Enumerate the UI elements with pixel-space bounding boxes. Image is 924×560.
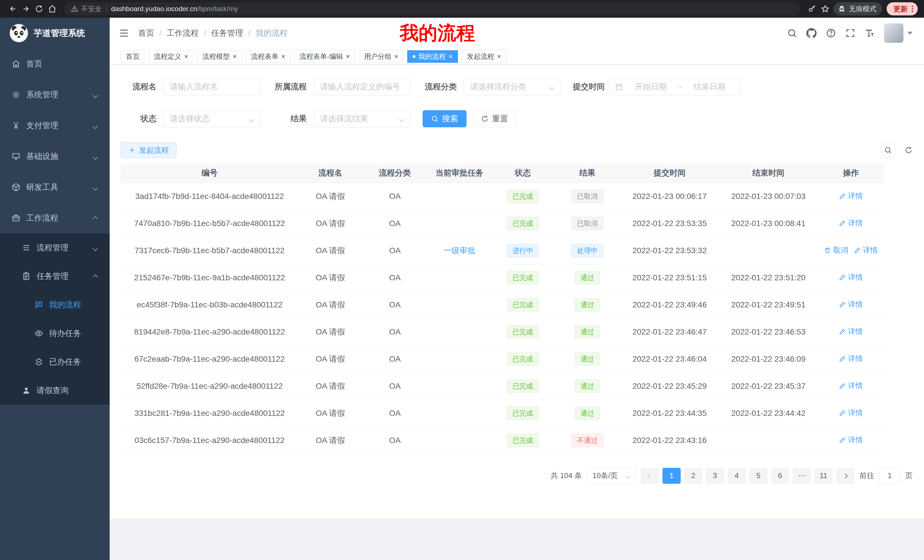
search-icon[interactable] [787, 28, 797, 38]
page-button[interactable]: 3 [706, 468, 724, 484]
sidebar-item-home[interactable]: 首页 [0, 48, 110, 79]
detail-link[interactable]: 详情 [839, 218, 863, 228]
github-icon[interactable] [806, 28, 817, 38]
current-task-link[interactable]: 一级审批 [444, 246, 476, 255]
close-icon[interactable]: × [497, 53, 501, 60]
sidebar-item-process-management[interactable]: 流程管理 [0, 234, 110, 262]
detail-link[interactable]: 详情 [854, 245, 878, 255]
page-size-select[interactable]: 10条/页 [587, 468, 636, 484]
next-page-button[interactable] [836, 468, 854, 484]
detail-link[interactable]: 详情 [839, 435, 863, 445]
cell-process-name: OA 请假 [298, 183, 362, 210]
process-name-input[interactable] [164, 78, 260, 95]
sidebar-item-done-tasks[interactable]: 已办任务 [0, 347, 110, 376]
incognito-badge[interactable]: 无痕模式 [834, 2, 882, 15]
tab-user-group[interactable]: 用户分组× [358, 50, 404, 63]
page-button[interactable]: 6 [771, 468, 789, 484]
tab-home[interactable]: 首页 [120, 50, 145, 63]
tab-process-form[interactable]: 流程表单× [246, 50, 291, 63]
goto-page-input[interactable] [879, 468, 900, 484]
detail-link[interactable]: 详情 [839, 272, 863, 282]
cell-process-name: OA 请假 [298, 427, 362, 454]
process-definition-input[interactable] [314, 78, 410, 95]
sidebar-item-infrastructure[interactable]: 基础设施 [0, 141, 110, 172]
user-menu[interactable] [884, 23, 913, 43]
close-icon[interactable]: × [346, 53, 350, 60]
cell-process-name: OA 请假 [298, 210, 362, 237]
sidebar-toggle-icon[interactable] [118, 27, 130, 39]
browser-update-button[interactable]: 更新 [886, 2, 918, 15]
chevron-down-icon [93, 90, 97, 99]
font-size-icon[interactable] [865, 28, 875, 38]
detail-link[interactable]: 详情 [839, 408, 863, 418]
breadcrumb-workflow[interactable]: 工作流程 [167, 28, 199, 39]
tab-process-form-edit[interactable]: 流程表单-编辑× [294, 50, 355, 63]
status-tag: 已完成 [507, 325, 539, 339]
page-button[interactable]: 11 [814, 468, 832, 484]
tab-process-model[interactable]: 流程模型× [197, 50, 242, 63]
page-button[interactable]: 4 [728, 468, 746, 484]
app-logo[interactable]: 芋道管理系统 [0, 18, 110, 48]
sidebar-item-todo-tasks[interactable]: 待办任务 [0, 319, 110, 347]
cell-current-task [428, 318, 491, 345]
close-icon[interactable]: × [233, 53, 237, 60]
start-process-button[interactable]: 发起流程 [120, 142, 177, 158]
page-button[interactable]: 1 [663, 468, 681, 484]
sidebar-item-system[interactable]: 系统管理 [0, 79, 110, 110]
browser-forward-button[interactable] [20, 2, 33, 15]
sidebar-item-devtools[interactable]: 研发工具 [0, 172, 110, 203]
breadcrumb-home[interactable]: 首页 [138, 28, 154, 39]
close-icon[interactable]: × [394, 53, 398, 60]
tags-view-bar: 首页 流程定义× 流程模型× 流程表单× 流程表单-编辑× 用户分组× 我的流程… [110, 48, 924, 64]
date-range-picker[interactable]: 开始日期 - 结束日期 [609, 78, 740, 95]
address-bar[interactable]: 不安全 dashboard.yudao.iocoder.cn /bpm/task… [64, 2, 800, 15]
sidebar-item-workflow[interactable]: 工作流程 [0, 203, 110, 234]
breadcrumb-task-management[interactable]: 任务管理 [211, 28, 243, 39]
detail-link[interactable]: 详情 [839, 299, 863, 309]
cell-process-name: OA 请假 [298, 400, 362, 427]
more-pages-button[interactable]: ⋯ [793, 468, 811, 484]
detail-link[interactable]: 详情 [839, 191, 863, 201]
breadcrumb-current: 我的流程 [255, 28, 288, 39]
col-header-actions: 操作 [818, 163, 884, 183]
status-select[interactable]: 请选择状态 [164, 110, 260, 127]
browser-home-button[interactable] [46, 2, 59, 15]
bookmark-star-icon[interactable] [819, 2, 832, 15]
reset-button[interactable]: 重置 [473, 110, 516, 127]
close-icon[interactable]: × [281, 53, 285, 60]
status-tag: 已完成 [507, 217, 539, 231]
result-tag: 通过 [574, 406, 600, 420]
sidebar-item-payment[interactable]: 支付管理 [0, 110, 110, 141]
password-key-icon[interactable] [806, 2, 819, 15]
fullscreen-icon[interactable] [845, 28, 855, 38]
browser-reload-button[interactable] [33, 2, 46, 15]
cancel-link[interactable]: 取消 [824, 245, 848, 255]
search-button[interactable]: 搜索 [423, 110, 466, 127]
prev-page-button[interactable] [641, 468, 659, 484]
more-menu-icon[interactable] [912, 6, 913, 12]
browser-back-button[interactable] [6, 2, 20, 15]
close-icon[interactable]: × [448, 53, 453, 60]
table-row: 7317cec6-7b9b-11ec-b5b7-acde48001122 OA … [120, 237, 884, 264]
date-end-input[interactable]: 结束日期 [685, 81, 734, 92]
toggle-search-button[interactable] [880, 142, 896, 158]
page-button[interactable]: 5 [749, 468, 768, 484]
close-icon[interactable]: × [184, 53, 188, 60]
detail-link[interactable]: 详情 [839, 381, 863, 391]
tab-start-process[interactable]: 发起流程× [461, 50, 507, 63]
security-warning-icon[interactable] [71, 5, 78, 13]
help-icon[interactable] [826, 28, 836, 38]
sidebar-item-my-processes[interactable]: 我的流程 [0, 290, 110, 319]
refresh-button[interactable] [904, 146, 913, 154]
col-header-name: 流程名 [298, 163, 362, 183]
process-category-select[interactable]: 请选择流程分类 [464, 78, 560, 95]
sidebar-item-leave-query[interactable]: 请假查询 [0, 376, 110, 405]
tab-process-definition[interactable]: 流程定义× [148, 50, 194, 63]
sidebar-item-task-management[interactable]: 任务管理 [0, 262, 110, 290]
result-select[interactable]: 请选择流结果 [314, 110, 410, 127]
detail-link[interactable]: 详情 [839, 326, 863, 337]
detail-link[interactable]: 详情 [839, 353, 863, 364]
tab-my-processes[interactable]: 我的流程× [407, 50, 458, 63]
page-button[interactable]: 2 [684, 468, 702, 484]
date-start-input[interactable]: 开始日期 [626, 81, 675, 92]
